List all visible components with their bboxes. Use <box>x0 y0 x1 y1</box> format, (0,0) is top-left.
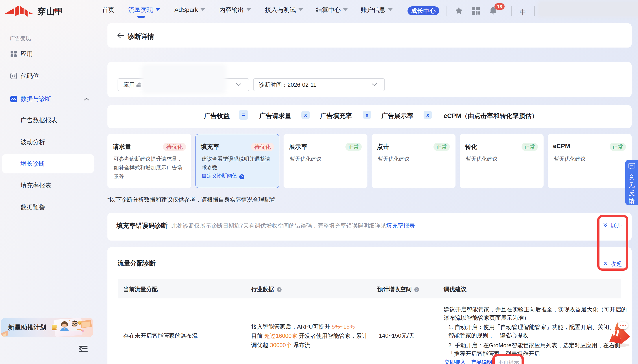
nav-item-content[interactable]: 内容输出 <box>219 6 251 14</box>
more-options-bubble[interactable] <box>618 322 628 329</box>
feedback-char: 反 <box>625 189 638 198</box>
nav-divider <box>534 6 535 16</box>
metric-desc: 暂无优化建议 <box>466 154 536 163</box>
nav-item-label: 内容输出 <box>219 6 244 13</box>
text-segment: 开发者使用智能管家，累计 <box>297 332 368 339</box>
nav-item-integration[interactable]: 接入与测试 <box>265 6 303 14</box>
nav-item-label: 首页 <box>102 6 115 13</box>
custom-threshold-label: 自定义诊断阈值 <box>202 173 237 178</box>
date-select[interactable]: 诊断时间：2026-02-11 <box>253 78 385 91</box>
date-select-value: 2026-02-11 <box>288 82 316 88</box>
sidebar-item-growth-diagnosis[interactable]: 增长诊断 <box>0 157 95 171</box>
caret-down-icon <box>201 8 205 11</box>
highlight-segment: 超过16000家 <box>264 332 297 339</box>
code-icon <box>10 72 17 79</box>
formula-term-fill-rate: 广告填充率 <box>320 112 352 120</box>
col-header-label: 预计增收空间 <box>377 286 412 292</box>
formula-term-requests: 广告请求量 <box>259 112 291 120</box>
sidebar-item-fluctuation[interactable]: 波动分析 <box>0 135 95 149</box>
fill-rate-report-link[interactable]: 填充率报表 <box>386 222 415 229</box>
caret-down-icon <box>156 8 160 11</box>
collapse-sidebar-icon[interactable] <box>79 346 88 352</box>
text-segment: 调优超 <box>251 342 270 348</box>
sidebar-item-fill-rate-report[interactable]: 填充率报表 <box>0 178 95 192</box>
dot <box>620 324 621 326</box>
feedback-tab[interactable]: 意 见 反 馈 <box>625 160 638 205</box>
sidebar-item-apps[interactable]: 应用 <box>0 47 95 61</box>
sidebar-item-placements[interactable]: 代码位 <box>0 69 95 83</box>
fill-rate-section-desc: 此处诊断仅展示诊断日期近7天有调优增收空间的错误码，完整填充率错误码明细详见填充… <box>171 222 415 230</box>
traffic-section-title: 流量分配诊断 <box>117 259 156 268</box>
nav-item-account[interactable]: 账户信息 <box>361 6 393 14</box>
text-segment: 目前 <box>251 332 264 339</box>
dot <box>625 324 626 326</box>
nav-item-settlement[interactable]: 结算中心 <box>316 6 348 14</box>
status-badge-ok: 正常 <box>609 142 626 151</box>
metric-desc: 暂无优化建议 <box>554 154 624 163</box>
user-account-blurred[interactable] <box>539 2 638 16</box>
formula-term-revenue: 广告收益 <box>204 112 230 120</box>
suggestion-line: 「推荐开启智能管家」列表操作开启 <box>444 350 626 358</box>
formula-term-ecpm: eCPM（由点击率和转化率预估） <box>444 112 538 120</box>
promo-banner-rising-star[interactable]: 新星助推计划 <box>1 318 93 337</box>
dot <box>622 324 624 326</box>
star-icon[interactable] <box>454 6 463 15</box>
status-badge-ok: 正常 <box>433 142 450 151</box>
feedback-char: 馈 <box>625 197 638 205</box>
disclaimer-note: *以下诊断分析数据和建议仅供参考，请根据自身实际情况合理配置 <box>108 196 276 204</box>
col-header-label: 行业数据 <box>251 286 274 292</box>
nav-divider <box>446 6 446 16</box>
caret-down-icon <box>299 8 303 11</box>
col-header-current: 当前流量分配 <box>123 286 158 293</box>
cell-industry-data: 接入智能管家后，ARPU可提升 5%~15% 目前 超过16000家 开发者使用… <box>251 322 392 350</box>
nav-item-home[interactable]: 首页 <box>102 6 115 14</box>
custom-threshold-link[interactable]: 自定义诊断阈值? <box>202 172 244 179</box>
comment-icon <box>628 163 635 170</box>
status-badge-ok: 正常 <box>521 142 538 151</box>
select-label-wrap: 诊断时间：2026-02-11 <box>259 81 316 89</box>
nav-item-label: AdSpark <box>174 6 198 13</box>
fill-rate-section-desc-text: 此处诊断仅展示诊断日期近7天有调优增收空间的错误码，完整填充率错误码明细详见 <box>171 222 386 229</box>
back-arrow-icon[interactable] <box>117 32 124 38</box>
growth-center-button[interactable]: 成长中心 <box>407 6 439 15</box>
notification-badge: 18 <box>494 3 505 10</box>
nav-item-label: 结算中心 <box>316 6 341 13</box>
sidebar-item-ad-report[interactable]: 广告数据报表 <box>0 113 95 128</box>
question-circle-icon[interactable]: ? <box>414 287 419 292</box>
status-badge-warn: 待优化 <box>251 142 274 151</box>
nav-active-underline <box>137 16 145 18</box>
annotation-box-dismiss <box>492 354 524 364</box>
metric-title: 点击 <box>377 142 389 151</box>
nav-item-monetization[interactable]: 流量变现 <box>128 6 160 14</box>
formula-multiply-badge: x <box>363 111 371 119</box>
question-circle-icon[interactable]: ? <box>239 174 244 179</box>
metric-title: 展示率 <box>289 142 307 151</box>
chevron-up-icon[interactable] <box>84 98 89 100</box>
industry-line: 接入智能管家后，ARPU可提升 5%~15% <box>251 322 392 331</box>
question-circle-icon[interactable]: ? <box>277 287 282 292</box>
data-diagnosis-icon <box>10 96 17 102</box>
suggestion-line: 瀑布流以智能管家页面展示为准） <box>444 314 626 322</box>
metric-desc: 可参考诊断建议提升请求量，如补全样式和增加展示广告场景等 <box>114 154 184 181</box>
connect-now-link[interactable]: 立即接入 <box>444 359 466 364</box>
app-select-label: 应用 <box>123 82 135 88</box>
annotation-box-expand-collapse <box>597 215 628 271</box>
sidebar-item-data-alert[interactable]: 数据预警 <box>0 200 95 214</box>
sidebar-section-label: 广告变现 <box>10 35 31 42</box>
formula-term-show-rate: 广告展示率 <box>381 112 413 120</box>
caret-down-icon <box>247 8 251 11</box>
page-title: 诊断详情 <box>128 32 154 41</box>
apps-grid-icon[interactable] <box>472 6 480 15</box>
caret-down-icon <box>343 8 348 11</box>
suggestion-line: 1. 自动开启：使用「自动管理智能管家」功能，配置开启、关闭、推全 <box>444 323 626 331</box>
sidebar-item-data-diagnosis[interactable]: 数据与诊断 <box>0 92 95 106</box>
col-header-suggestion: 调优建议 <box>444 286 466 293</box>
apps-icon <box>10 50 17 57</box>
formula-equals-badge: = <box>239 110 248 120</box>
nav-item-adspark[interactable]: AdSpark <box>174 6 205 14</box>
product-doc-link[interactable]: 产品说明 <box>471 359 492 364</box>
select-label-wrap: 应用 <box>123 81 135 89</box>
language-switch[interactable]: 中 <box>519 8 526 17</box>
nav-item-label: 流量变现 <box>128 6 153 13</box>
industry-line: 调优超 30000个 瀑布流 <box>251 340 392 350</box>
